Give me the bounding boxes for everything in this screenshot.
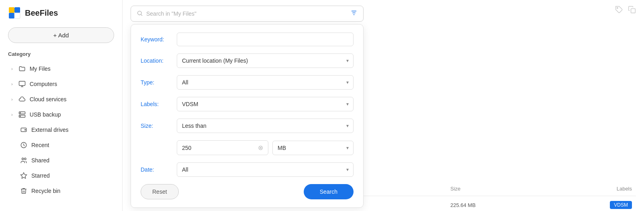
label-badge: VDSM	[610, 201, 632, 209]
size-comparison-select[interactable]: Less thanGreater thanEqual to	[177, 119, 354, 133]
type-select[interactable]: AllDocumentsImagesVideosAudioArchives	[177, 75, 354, 90]
sidebar-item-recent[interactable]: Recent	[3, 137, 119, 153]
col-size: Size	[450, 186, 537, 192]
sidebar-item-label: My Files	[30, 66, 111, 72]
people-icon	[20, 157, 27, 164]
sidebar-item-label: Recent	[31, 142, 111, 148]
action-row: Reset Search	[141, 184, 354, 199]
monitor-icon	[18, 80, 26, 88]
size-comparison-wrapper: Less thanGreater thanEqual to ▾	[177, 119, 354, 133]
chevron-right-icon: ›	[11, 82, 13, 86]
add-label: + Add	[53, 32, 69, 39]
svg-point-12	[25, 129, 26, 130]
labels-label: Labels:	[141, 101, 177, 107]
labels-row: Labels: VDSMNoneAll ▾	[141, 97, 354, 111]
cloud-icon	[18, 96, 26, 103]
date-select[interactable]: AllTodayLast weekLast monthLast year	[177, 162, 354, 177]
sidebar-item-usb-backup[interactable]: › USB backup	[3, 107, 119, 122]
search-bar-wrap: Search in "My Files" Keyword: Location: …	[123, 0, 644, 27]
chevron-right-icon: ›	[11, 97, 13, 102]
folder-icon	[18, 65, 26, 72]
reset-button[interactable]: Reset	[141, 184, 179, 199]
app-name: BeeFiles	[25, 8, 58, 18]
logo-icon	[8, 6, 21, 19]
svg-point-9	[20, 113, 20, 113]
main-area: Search in "My Files" Keyword: Location: …	[123, 0, 644, 211]
svg-line-18	[141, 14, 142, 16]
sidebar-item-label: Recycle bin	[31, 188, 111, 194]
row-labels: VDSM	[545, 201, 636, 209]
labels-select-wrapper: VDSMNoneAll ▾	[177, 97, 354, 111]
sidebar-item-cloud-services[interactable]: › Cloud services	[3, 92, 119, 107]
keyword-label: Keyword:	[141, 36, 177, 43]
svg-point-17	[138, 11, 141, 14]
sidebar-item-label: Cloud services	[30, 96, 111, 102]
type-label: Type:	[141, 79, 177, 86]
keyword-input[interactable]	[177, 33, 354, 46]
search-icon	[137, 10, 143, 18]
copy-icon[interactable]	[628, 6, 636, 16]
location-row: Location: Current location (My Files)All…	[141, 53, 354, 68]
search-dropdown-panel: Keyword: Location: Current location (My …	[131, 24, 364, 208]
search-placeholder: Search in "My Files"	[146, 10, 347, 17]
star-icon	[20, 172, 27, 179]
labels-select[interactable]: VDSMNoneAll	[177, 97, 354, 111]
sidebar: BeeFiles + Add Category › My Files › Com…	[0, 0, 123, 211]
svg-rect-23	[631, 9, 636, 13]
clock-icon	[20, 141, 27, 149]
row-size: 225.64 MB	[450, 202, 537, 208]
keyword-row: Keyword:	[141, 33, 354, 46]
trash-icon	[20, 187, 27, 195]
svg-rect-2	[9, 13, 14, 18]
category-label: Category	[0, 51, 122, 61]
search-bar[interactable]: Search in "My Files"	[131, 6, 364, 22]
date-select-wrapper: AllTodayLast weekLast monthLast year ▾	[177, 162, 354, 177]
svg-point-15	[25, 158, 27, 160]
add-button[interactable]: + Add	[8, 27, 114, 43]
sidebar-item-shared[interactable]: Shared	[3, 153, 119, 168]
size-unit-wrapper: MBGBKB ▾	[272, 141, 354, 155]
svg-rect-4	[19, 81, 25, 86]
sidebar-item-label: Computers	[30, 81, 111, 87]
toolbar-right	[615, 6, 636, 16]
size-value-row: ⊗ MBGBKB ▾	[177, 140, 354, 155]
sidebar-item-external-drives[interactable]: External drives	[3, 122, 119, 137]
svg-point-10	[20, 116, 20, 117]
sidebar-item-label: External drives	[31, 127, 111, 133]
server-icon	[18, 111, 26, 118]
logo-area: BeeFiles	[0, 6, 122, 27]
sidebar-item-label: Starred	[31, 172, 111, 179]
svg-point-14	[22, 158, 24, 160]
location-label: Location:	[141, 57, 177, 64]
svg-rect-3	[14, 13, 20, 18]
date-label: Date:	[141, 166, 177, 173]
size-unit-select[interactable]: MBGBKB	[272, 141, 354, 155]
chevron-right-icon: ›	[11, 112, 13, 117]
type-row: Type: AllDocumentsImagesVideosAudioArchi…	[141, 75, 354, 90]
size-label: Size:	[141, 123, 177, 129]
chevron-right-icon: ›	[11, 66, 13, 71]
sidebar-item-starred[interactable]: Starred	[3, 168, 119, 183]
tag-icon[interactable]	[615, 6, 623, 16]
svg-rect-1	[14, 7, 20, 13]
sidebar-item-recycle-bin[interactable]: Recycle bin	[3, 183, 119, 199]
drive-icon	[20, 126, 27, 133]
col-labels: Labels	[545, 186, 636, 192]
size-input-wrap: ⊗	[177, 140, 268, 155]
location-select[interactable]: Current location (My Files)All locations	[177, 53, 354, 68]
search-button[interactable]: Search	[304, 184, 354, 199]
svg-marker-16	[21, 173, 27, 178]
svg-rect-0	[9, 7, 14, 13]
size-clear-icon[interactable]: ⊗	[258, 144, 263, 152]
size-input[interactable]	[182, 145, 258, 151]
type-select-wrapper: AllDocumentsImagesVideosAudioArchives ▾	[177, 75, 354, 90]
filter-icon[interactable]	[350, 9, 358, 18]
sidebar-item-my-files[interactable]: › My Files	[3, 61, 119, 76]
sidebar-item-computers[interactable]: › Computers	[3, 76, 119, 92]
sidebar-item-label: USB backup	[30, 111, 111, 118]
location-select-wrapper: Current location (My Files)All locations…	[177, 53, 354, 68]
size-row: Size: Less thanGreater thanEqual to ▾	[141, 119, 354, 133]
sidebar-item-label: Shared	[31, 157, 111, 164]
svg-point-22	[617, 8, 618, 9]
date-row: Date: AllTodayLast weekLast monthLast ye…	[141, 162, 354, 177]
